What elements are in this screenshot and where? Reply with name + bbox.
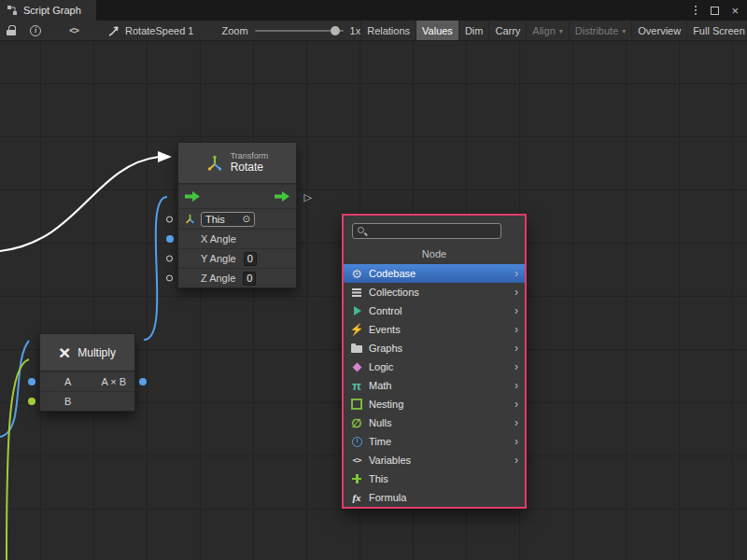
unit-breadcrumb[interactable]: RotateSpeed 1: [108, 25, 193, 36]
rotate-node[interactable]: Transform Rotate This X Angle: [177, 142, 297, 288]
zoom-label: Zoom: [221, 25, 247, 36]
wire-multiply-to-xangle[interactable]: [144, 197, 167, 340]
this-port-row: This: [178, 208, 296, 229]
finder-item-events[interactable]: Events: [344, 320, 525, 339]
finder-item-math[interactable]: Math: [344, 376, 525, 395]
maximize-icon[interactable]: [711, 7, 719, 15]
self-plus-icon: [350, 472, 363, 485]
chevron-right-icon: [514, 343, 518, 354]
finder-item-label: Graphs: [369, 343, 402, 354]
tab-label: Script Graph: [23, 5, 81, 16]
finder-item-control[interactable]: Control: [344, 301, 525, 320]
finder-item-this[interactable]: This: [344, 469, 525, 488]
flow-output-arrow-icon[interactable]: [275, 191, 289, 202]
finder-item-nesting[interactable]: Nesting: [344, 395, 525, 413]
finder-item-graphs[interactable]: Graphs: [344, 339, 525, 357]
chevron-right-icon: [514, 417, 518, 428]
info-icon[interactable]: [30, 25, 41, 36]
search-icon: [357, 226, 367, 236]
zoom-slider[interactable]: [255, 30, 344, 32]
page: { "titlebar": { "tab": "Script Graph" },…: [0, 0, 747, 560]
chevron-right-icon: [514, 287, 518, 298]
flow-wire[interactable]: [0, 157, 159, 251]
gear-icon: [350, 267, 363, 280]
multiply-output-port-dot[interactable]: [139, 378, 147, 385]
lightning-icon: [350, 323, 363, 336]
unit-title: RotateSpeed 1: [125, 25, 193, 36]
finder-item-label: Collections: [369, 287, 419, 298]
fuzzy-finder: Node Codebase Collections Control Events: [342, 214, 527, 509]
flow-port-row: [178, 184, 296, 208]
search-input[interactable]: [371, 226, 497, 237]
flow-input-arrow-icon[interactable]: [185, 191, 200, 202]
x-angle-row: X Angle: [178, 229, 296, 248]
chevron-right-icon: [514, 305, 518, 316]
wire-into-multiply-b[interactable]: [7, 359, 29, 560]
full-screen-button[interactable]: Full Screen: [686, 21, 747, 40]
finder-item-label: Variables: [369, 455, 411, 466]
align-dropdown-button[interactable]: Align: [526, 21, 568, 40]
y-angle-label: Y Angle: [201, 253, 236, 264]
this-port-dot[interactable]: [166, 216, 173, 222]
chevron-right-icon: [514, 399, 518, 410]
finder-item-formula[interactable]: Formula: [344, 488, 525, 507]
mini-gizmo-icon: [184, 213, 196, 225]
rotate-node-header[interactable]: Transform Rotate: [178, 143, 296, 184]
y-angle-row: Y Angle 0: [178, 248, 296, 268]
window-controls: ×: [693, 0, 747, 21]
finder-search-field[interactable]: [352, 223, 501, 239]
finder-item-label: Control: [369, 305, 402, 316]
dim-button[interactable]: Dim: [458, 21, 489, 40]
chevron-right-icon: [514, 436, 518, 447]
this-field-label: This: [205, 214, 225, 225]
pi-icon: [350, 379, 363, 392]
flow-output-connector-icon[interactable]: [304, 191, 312, 202]
zoom-slider-knob[interactable]: [331, 26, 340, 35]
multiply-node[interactable]: × Multiply A A × B B: [39, 333, 135, 412]
kebab-menu-icon[interactable]: [695, 9, 697, 11]
chevron-right-icon: [514, 455, 518, 466]
zoom-value: 1x: [350, 25, 361, 36]
this-object-field[interactable]: This: [201, 212, 255, 227]
formula-fx-icon: [350, 491, 363, 504]
y-angle-value-field[interactable]: 0: [244, 252, 257, 266]
lock-icon[interactable]: [7, 25, 17, 36]
finder-item-label: Formula: [369, 492, 406, 503]
graph-toolbar: RotateSpeed 1 Zoom 1x Relations Values D…: [0, 21, 747, 41]
z-angle-value-field[interactable]: 0: [243, 272, 256, 286]
tab-script-graph[interactable]: Script Graph: [0, 0, 96, 21]
nesting-icon: [350, 398, 363, 411]
finder-item-time[interactable]: Time: [344, 432, 525, 451]
close-icon[interactable]: ×: [731, 5, 739, 17]
multiply-node-title: Multiply: [78, 346, 116, 359]
finder-item-logic[interactable]: Logic: [344, 357, 525, 376]
wire-into-multiply-a[interactable]: [0, 341, 29, 437]
y-angle-port-dot[interactable]: [166, 256, 173, 262]
toolbar-buttons: Relations Values Dim Carry Align Distrib…: [360, 21, 747, 40]
finder-item-collections[interactable]: Collections: [344, 283, 525, 301]
overview-button[interactable]: Overview: [631, 21, 686, 40]
node-title: Rotate: [231, 161, 269, 175]
finder-item-variables[interactable]: Variables: [344, 451, 525, 469]
clock-icon: [350, 435, 363, 448]
x-angle-port-dot[interactable]: [166, 235, 174, 243]
multiply-a-port-dot[interactable]: [28, 378, 35, 385]
z-angle-port-dot[interactable]: [166, 275, 173, 282]
target-picker-icon[interactable]: [243, 215, 250, 224]
logic-diamond-icon: [350, 360, 363, 373]
chevron-right-icon: [514, 324, 518, 335]
finder-item-label: Math: [369, 380, 391, 391]
multiply-node-header[interactable]: × Multiply: [40, 334, 134, 371]
multiply-b-port-dot[interactable]: [28, 398, 35, 405]
relations-button[interactable]: Relations: [360, 21, 416, 40]
transform-gizmo-icon: [206, 155, 223, 172]
code-toggle-icon[interactable]: [69, 25, 78, 35]
graph-canvas[interactable]: Transform Rotate This X Angle: [0, 41, 747, 560]
finder-item-codebase[interactable]: Codebase: [344, 264, 525, 283]
values-button[interactable]: Values: [416, 21, 458, 40]
finder-item-nulls[interactable]: Nulls: [344, 413, 525, 432]
multiply-row-a: A A × B: [40, 371, 134, 391]
null-icon: [350, 416, 363, 429]
distribute-dropdown-button[interactable]: Distribute: [569, 21, 631, 40]
carry-button[interactable]: Carry: [488, 21, 526, 40]
